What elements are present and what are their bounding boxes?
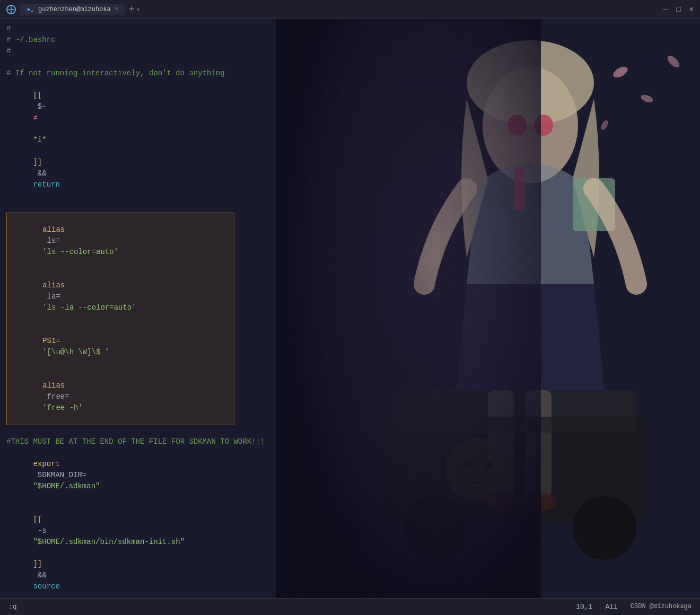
line-8: alias ls= 'ls --color=auto' [7, 213, 234, 269]
line-10: PS1= '[\u@\h \W]\$ ' [7, 324, 234, 369]
scroll-mode: All [605, 603, 617, 611]
terminal-window: # # ~/.bashrc # # If not running interac… [0, 19, 700, 615]
line-3: # [6, 46, 694, 57]
app-logo [6, 5, 16, 14]
minimize-button[interactable]: — [663, 5, 668, 14]
terminal-tab[interactable]: guzhenzhen@mizuhoka × [20, 4, 125, 15]
highlighted-alias-block: alias ls= 'ls --color=auto' alias la= 'l… [6, 213, 234, 425]
line-2: # ~/.bashrc [6, 34, 694, 46]
line-9: alias la= 'ls -la --color=auto' [7, 269, 234, 324]
statusbar: :q 10,1 All CSDN @mizuhokaga [0, 598, 700, 615]
titlebar: guzhenzhen@mizuhoka × + ∨ — □ × [0, 0, 700, 19]
window-controls: — □ × [663, 5, 694, 14]
line-7 [6, 201, 694, 213]
line-4 [6, 57, 694, 68]
status-right-area: 10,1 All CSDN @mizuhokaga [576, 603, 692, 611]
line-13: #THIS MUST BE AT THE END OF THE FILE FOR… [6, 436, 694, 447]
line-5: # If not running interactively, don't do… [6, 68, 694, 79]
maximize-button[interactable]: □ [676, 5, 680, 14]
line-1: # [6, 23, 694, 34]
terminal-text-area[interactable]: # # ~/.bashrc # # If not running interac… [0, 19, 700, 598]
tab-dropdown-button[interactable]: ∨ [137, 6, 140, 13]
tab-label: guzhenzhen@mizuhoka [38, 6, 111, 13]
vim-command: :q [8, 603, 17, 611]
line-14: export SDKMAN_DIR= "$HOME/.sdkman" [6, 447, 694, 503]
new-tab-button[interactable]: + [129, 4, 135, 15]
tab-area: guzhenzhen@mizuhoka × + ∨ [20, 4, 663, 15]
line-11: alias free= 'free -h' [7, 369, 234, 425]
cursor-position: 10,1 [576, 603, 592, 611]
svg-marker-1 [28, 8, 31, 11]
close-window-button[interactable]: × [689, 5, 694, 14]
line-6: [[ $- ≠ *i* ]] && return [6, 79, 694, 201]
line-12 [6, 425, 694, 436]
terminal-icon [27, 6, 34, 13]
tab-close-button[interactable]: × [115, 6, 118, 12]
attribution-text: CSDN @mizuhokaga [631, 603, 692, 611]
